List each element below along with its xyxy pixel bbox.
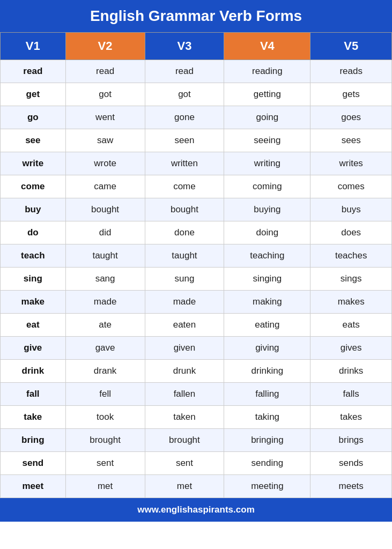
- cell-r6-c2: bought: [145, 198, 224, 221]
- cell-r14-c0: fall: [1, 383, 66, 406]
- table-row: teachtaughttaughtteachingteaches: [1, 244, 392, 268]
- verb-table-container: V1V2V3V4V5 readreadreadreadingreadsgetgo…: [0, 32, 392, 498]
- table-header: V1V2V3V4V5: [1, 33, 392, 60]
- table-row: meetmetmetmeetingmeets: [1, 475, 392, 498]
- table-row: readreadreadreadingreads: [1, 60, 392, 83]
- table-row: eatateeateneatingeats: [1, 314, 392, 337]
- cell-r5-c2: come: [145, 175, 224, 198]
- cell-r8-c0: teach: [1, 244, 66, 268]
- cell-r5-c4: comes: [310, 175, 392, 198]
- cell-r13-c2: drunk: [145, 360, 224, 383]
- cell-r9-c3: singing: [224, 268, 310, 291]
- cell-r7-c4: does: [310, 221, 392, 244]
- cell-r12-c4: gives: [310, 337, 392, 360]
- table-row: seesawseenseeingsees: [1, 129, 392, 152]
- cell-r15-c2: taken: [145, 406, 224, 429]
- footer-url: www.englishaspirants.com: [0, 498, 392, 522]
- table-row: dodiddonedoingdoes: [1, 221, 392, 244]
- cell-r4-c0: write: [1, 152, 66, 175]
- table-row: bringbroughtbroughtbringingbrings: [1, 429, 392, 452]
- header-col-v5: V5: [310, 33, 392, 60]
- cell-r18-c2: met: [145, 475, 224, 498]
- cell-r16-c4: brings: [310, 429, 392, 452]
- cell-r18-c1: met: [65, 475, 145, 498]
- cell-r15-c3: taking: [224, 406, 310, 429]
- table-row: writewrotewrittenwritingwrites: [1, 152, 392, 175]
- cell-r0-c2: read: [145, 60, 224, 83]
- cell-r2-c1: went: [65, 106, 145, 129]
- table-row: getgotgotgettinggets: [1, 83, 392, 106]
- cell-r17-c4: sends: [310, 452, 392, 475]
- cell-r6-c0: buy: [1, 198, 66, 221]
- cell-r4-c4: writes: [310, 152, 392, 175]
- table-row: givegavegivengivinggives: [1, 337, 392, 360]
- cell-r8-c4: teaches: [310, 244, 392, 268]
- cell-r16-c2: brought: [145, 429, 224, 452]
- cell-r0-c3: reading: [224, 60, 310, 83]
- cell-r12-c0: give: [1, 337, 66, 360]
- cell-r4-c3: writing: [224, 152, 310, 175]
- cell-r14-c2: fallen: [145, 383, 224, 406]
- cell-r6-c3: buying: [224, 198, 310, 221]
- cell-r12-c1: gave: [65, 337, 145, 360]
- cell-r7-c2: done: [145, 221, 224, 244]
- table-row: buyboughtboughtbuyingbuys: [1, 198, 392, 221]
- cell-r5-c1: came: [65, 175, 145, 198]
- cell-r15-c4: takes: [310, 406, 392, 429]
- cell-r10-c2: made: [145, 291, 224, 314]
- cell-r1-c1: got: [65, 83, 145, 106]
- cell-r18-c3: meeting: [224, 475, 310, 498]
- page-wrapper: English Grammar Verb Forms V1V2V3V4V5 re…: [0, 0, 392, 522]
- cell-r11-c4: eats: [310, 314, 392, 337]
- cell-r13-c1: drank: [65, 360, 145, 383]
- cell-r2-c3: going: [224, 106, 310, 129]
- cell-r18-c0: meet: [1, 475, 66, 498]
- header-col-v2: V2: [65, 33, 145, 60]
- cell-r2-c4: goes: [310, 106, 392, 129]
- cell-r16-c3: bringing: [224, 429, 310, 452]
- cell-r11-c1: ate: [65, 314, 145, 337]
- cell-r9-c2: sung: [145, 268, 224, 291]
- header-row: V1V2V3V4V5: [1, 33, 392, 60]
- cell-r2-c2: gone: [145, 106, 224, 129]
- cell-r17-c2: sent: [145, 452, 224, 475]
- cell-r0-c0: read: [1, 60, 66, 83]
- cell-r1-c0: get: [1, 83, 66, 106]
- cell-r4-c1: wrote: [65, 152, 145, 175]
- table-row: comecamecomecomingcomes: [1, 175, 392, 198]
- cell-r7-c3: doing: [224, 221, 310, 244]
- cell-r8-c1: taught: [65, 244, 145, 268]
- cell-r17-c0: send: [1, 452, 66, 475]
- cell-r16-c0: bring: [1, 429, 66, 452]
- cell-r16-c1: brought: [65, 429, 145, 452]
- cell-r18-c4: meets: [310, 475, 392, 498]
- cell-r14-c1: fell: [65, 383, 145, 406]
- header-col-v4: V4: [224, 33, 310, 60]
- cell-r11-c3: eating: [224, 314, 310, 337]
- cell-r1-c3: getting: [224, 83, 310, 106]
- cell-r15-c0: take: [1, 406, 66, 429]
- table-row: sendsentsentsendingsends: [1, 452, 392, 475]
- table-row: makemademademakingmakes: [1, 291, 392, 314]
- cell-r13-c3: drinking: [224, 360, 310, 383]
- cell-r0-c4: reads: [310, 60, 392, 83]
- cell-r14-c4: falls: [310, 383, 392, 406]
- page-title: English Grammar Verb Forms: [0, 0, 392, 32]
- cell-r9-c4: sings: [310, 268, 392, 291]
- cell-r14-c3: falling: [224, 383, 310, 406]
- cell-r11-c2: eaten: [145, 314, 224, 337]
- cell-r5-c3: coming: [224, 175, 310, 198]
- cell-r10-c0: make: [1, 291, 66, 314]
- cell-r7-c1: did: [65, 221, 145, 244]
- cell-r11-c0: eat: [1, 314, 66, 337]
- cell-r1-c4: gets: [310, 83, 392, 106]
- cell-r12-c2: given: [145, 337, 224, 360]
- cell-r13-c4: drinks: [310, 360, 392, 383]
- cell-r10-c1: made: [65, 291, 145, 314]
- cell-r3-c3: seeing: [224, 129, 310, 152]
- cell-r3-c4: sees: [310, 129, 392, 152]
- cell-r13-c0: drink: [1, 360, 66, 383]
- table-body: readreadreadreadingreadsgetgotgotgetting…: [1, 60, 392, 498]
- cell-r8-c3: teaching: [224, 244, 310, 268]
- table-row: drinkdrankdrunkdrinkingdrinks: [1, 360, 392, 383]
